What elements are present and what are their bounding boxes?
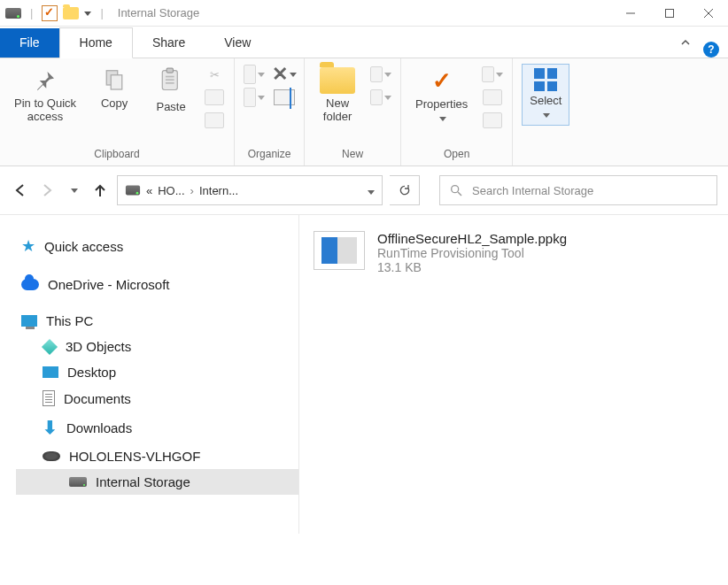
cut-icon[interactable]: ✂ [204,65,225,83]
select-label: Select [530,95,561,121]
group-label-select [545,146,547,164]
separator: | [100,6,103,19]
delete-button[interactable]: ✕ [274,65,295,83]
file-name: OfflineSecureHL2_Sample.ppkg [377,231,567,246]
group-label-new: New [342,146,363,164]
pin-to-quick-access-button[interactable]: Pin to Quick access [9,64,81,127]
ribbon-group-open: ✓ Properties Open [401,58,513,165]
ribbon-body: Pin to Quick access Copy Paste ✂ Clipboa… [0,58,728,166]
maximize-button[interactable] [650,0,689,27]
search-icon [449,183,463,197]
svg-rect-5 [111,75,122,89]
nav-desktop[interactable]: Desktop [16,359,298,385]
group-label-organize: Organize [248,146,291,164]
breadcrumb-1[interactable]: HO... [158,184,184,197]
open-button[interactable] [482,65,503,83]
check-icon: ✓ [432,67,452,95]
nav-label: Internal Storage [96,474,190,489]
nav-label: OneDrive - Microsoft [48,277,170,292]
ribbon-group-select: Select [513,58,578,165]
properties-button[interactable]: ✓ Properties [410,64,473,128]
group-label-open: Open [444,146,469,164]
nav-onedrive[interactable]: OneDrive - Microsoft [16,272,298,297]
paste-shortcut-icon[interactable] [204,112,225,129]
easy-access-button[interactable] [370,89,391,106]
nav-label: HOLOLENS-VLHGOF [69,449,200,464]
ribbon-tabs: File Home Share View ? [0,27,728,58]
forward-button[interactable] [37,181,57,200]
chevron-right-icon[interactable]: › [190,184,194,197]
collapse-ribbon-button[interactable] [671,30,700,58]
select-button[interactable]: Select [522,64,569,126]
address-dropdown-button[interactable] [366,184,375,197]
svg-line-13 [458,192,461,196]
svg-rect-7 [167,68,173,73]
hololens-icon [43,451,60,461]
help-button[interactable]: ? [703,42,719,58]
nav-label: 3D Objects [66,339,131,354]
qat-dropdown-icon[interactable] [84,12,91,16]
file-thumbnail-icon [314,231,365,270]
pin-icon [32,67,58,94]
copy-path-icon[interactable] [204,89,225,106]
breadcrumb-2[interactable]: Intern... [199,184,238,197]
cloud-icon [21,279,39,290]
nav-this-pc[interactable]: This PC [16,308,298,334]
nav-downloads[interactable]: ⬇ Downloads [16,412,298,443]
cube-icon [42,338,58,354]
ribbon-group-clipboard: Pin to Quick access Copy Paste ✂ Clipboa… [0,58,235,165]
paste-icon [158,67,184,97]
nav-label: Quick access [44,239,123,254]
paste-label: Paste [156,101,185,114]
copy-to-button[interactable] [244,89,265,106]
nav-hololens[interactable]: HOLOLENS-VLHGOF [16,443,298,469]
tab-share[interactable]: Share [133,28,205,58]
nav-3d-objects[interactable]: 3D Objects [16,334,298,359]
move-to-button[interactable] [244,65,265,83]
search-box[interactable]: Search Internal Storage [439,175,717,205]
folder-qat-icon[interactable] [63,7,79,19]
refresh-button[interactable] [390,175,420,205]
select-icon [534,68,557,91]
up-button[interactable] [90,181,110,200]
edit-button[interactable] [482,89,503,106]
svg-point-12 [452,186,459,193]
nav-label: Downloads [66,420,132,435]
separator: | [30,6,33,19]
drive-icon [126,186,140,196]
file-type: RunTime Provisioning Tool [377,246,567,260]
address-prefix: « [146,184,152,197]
new-item-button[interactable] [370,65,391,83]
copy-label: Copy [101,97,128,111]
pin-label: Pin to Quick access [14,97,76,124]
nav-documents[interactable]: Documents [16,385,298,412]
file-list: OfflineSecureHL2_Sample.ppkg RunTime Pro… [299,215,728,534]
svg-rect-9 [166,79,174,81]
history-button[interactable] [482,112,503,129]
svg-rect-10 [166,82,174,84]
copy-button[interactable]: Copy [90,64,138,114]
rename-button[interactable] [274,89,295,106]
properties-label: Properties [415,98,468,125]
nav-internal-storage[interactable]: Internal Storage [16,469,298,495]
back-button[interactable] [11,181,30,200]
paste-button[interactable]: Paste [147,64,195,118]
address-bar[interactable]: « HO... › Intern... [117,175,383,205]
nav-label: Desktop [67,365,116,380]
tab-home[interactable]: Home [59,27,133,58]
recent-locations-button[interactable] [64,181,83,200]
new-folder-button[interactable]: New folder [314,64,361,127]
tab-file[interactable]: File [0,28,59,58]
file-item[interactable]: OfflineSecureHL2_Sample.ppkg RunTime Pro… [314,231,714,274]
search-placeholder: Search Internal Storage [472,184,593,197]
copy-icon [101,67,128,94]
close-button[interactable] [689,0,728,27]
ribbon-group-organize: ✕ Organize [235,58,305,165]
minimize-button[interactable] [611,0,650,27]
nav-quick-access[interactable]: ★ Quick access [16,231,298,261]
properties-qat-icon[interactable] [42,5,58,21]
content-split: ★ Quick access OneDrive - Microsoft This… [0,215,728,534]
window-title: Internal Storage [118,6,200,19]
tab-view[interactable]: View [205,28,270,58]
ribbon-group-new: New folder New [305,58,401,165]
